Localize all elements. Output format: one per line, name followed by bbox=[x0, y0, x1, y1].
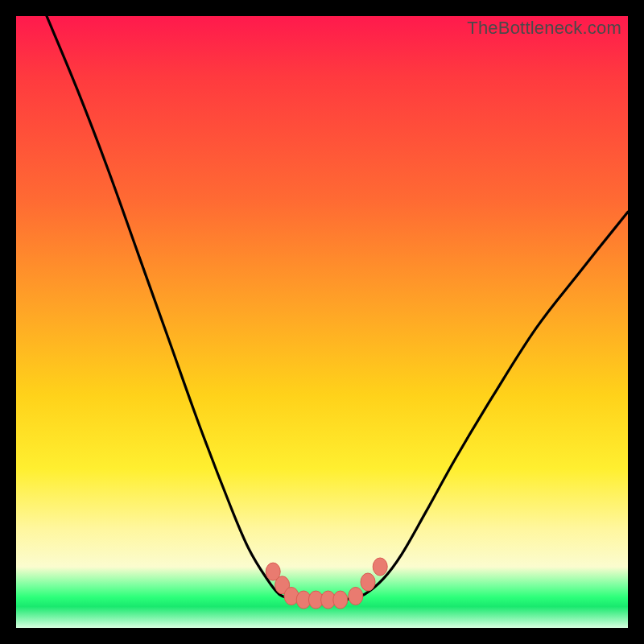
curve-left-branch bbox=[47, 16, 291, 599]
trough-marker bbox=[349, 587, 363, 605]
trough-markers bbox=[266, 558, 387, 609]
frame-border bbox=[0, 0, 644, 16]
trough-marker bbox=[373, 558, 387, 576]
frame-border bbox=[0, 0, 16, 644]
plot-area: TheBottleneck.com bbox=[16, 16, 628, 628]
frame-border bbox=[0, 628, 644, 644]
trough-marker bbox=[333, 591, 348, 609]
outer-frame: TheBottleneck.com bbox=[0, 0, 644, 644]
frame-border bbox=[628, 0, 644, 644]
bottleneck-curve bbox=[16, 16, 628, 628]
attribution-label: TheBottleneck.com bbox=[467, 18, 621, 39]
curve-paths bbox=[47, 16, 628, 600]
trough-marker bbox=[361, 573, 375, 591]
curve-right-branch bbox=[353, 212, 628, 598]
